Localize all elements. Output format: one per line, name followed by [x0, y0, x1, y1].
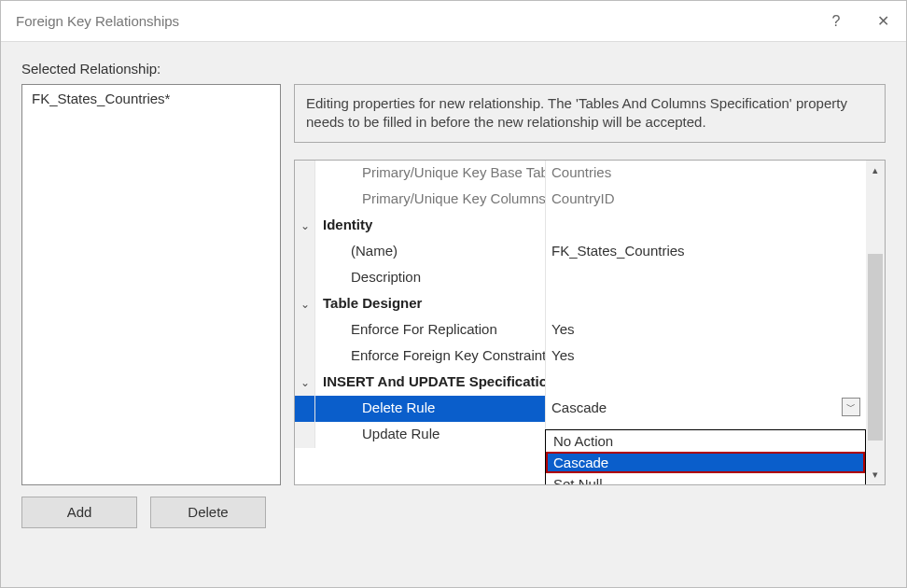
- prop-label: Primary/Unique Key Base Table: [315, 161, 545, 187]
- prop-enforce-replication[interactable]: Enforce For Replication Yes: [295, 317, 866, 343]
- row-gutter: [295, 265, 315, 291]
- add-button[interactable]: Add: [21, 497, 137, 528]
- delete-button[interactable]: Delete: [150, 497, 266, 528]
- prop-value: [545, 213, 866, 239]
- prop-value[interactable]: Yes: [545, 343, 866, 370]
- prop-value: CountryID: [545, 187, 866, 213]
- dropdown-option-no-action[interactable]: No Action: [546, 430, 865, 452]
- category-label: INSERT And UPDATE Specification: [315, 370, 545, 396]
- row-gutter: [295, 187, 315, 213]
- button-bar: Add Delete: [21, 497, 886, 528]
- row-gutter: [295, 343, 315, 370]
- prop-value: [545, 370, 866, 396]
- row-gutter: [295, 239, 315, 265]
- prop-label: Description: [315, 265, 545, 291]
- dropdown-option-cascade[interactable]: Cascade: [546, 452, 865, 473]
- row-gutter: [295, 161, 315, 187]
- prop-enforce-fk[interactable]: Enforce Foreign Key Constraint Yes: [295, 343, 866, 370]
- prop-value[interactable]: [545, 265, 866, 291]
- row-gutter: [295, 422, 315, 448]
- row-gutter: [295, 317, 315, 343]
- prop-value: Countries: [545, 161, 866, 187]
- scroll-up-icon[interactable]: ▴: [866, 161, 885, 181]
- expand-icon[interactable]: ⌄: [295, 213, 315, 239]
- prop-label: Update Rule: [315, 422, 545, 448]
- prop-pk-base-table: Primary/Unique Key Base Table Countries: [295, 161, 866, 187]
- prop-value-text: Cascade: [551, 399, 607, 415]
- dialog-content: Selected Relationship: FK_States_Countri…: [1, 42, 906, 528]
- prop-name[interactable]: (Name) FK_States_Countries: [295, 239, 866, 265]
- prop-pk-columns: Primary/Unique Key Columns CountryID: [295, 187, 866, 213]
- category-label: Identity: [315, 213, 545, 239]
- prop-label: Delete Rule: [315, 396, 545, 422]
- close-button[interactable]: ✕: [859, 1, 906, 42]
- info-message: Editing properties for new relationship.…: [294, 84, 886, 143]
- vertical-scrollbar[interactable]: ▴ ▾: [866, 161, 885, 485]
- prop-label: Enforce For Replication: [315, 317, 545, 343]
- category-label: Table Designer: [315, 291, 545, 317]
- category-table-designer[interactable]: ⌄ Table Designer: [295, 291, 866, 317]
- window-title: Foreign Key Relationships: [16, 13, 813, 29]
- scroll-down-icon[interactable]: ▾: [866, 464, 885, 484]
- row-gutter: [295, 396, 315, 422]
- property-grid: Primary/Unique Key Base Table Countries …: [294, 160, 886, 486]
- prop-value: [545, 291, 866, 317]
- prop-value[interactable]: Yes: [545, 317, 866, 343]
- relationship-list[interactable]: FK_States_Countries*: [21, 84, 281, 485]
- delete-rule-dropdown[interactable]: No Action Cascade Set Null Set Default: [545, 429, 866, 486]
- prop-value[interactable]: FK_States_Countries: [545, 239, 866, 265]
- titlebar: Foreign Key Relationships ? ✕: [1, 1, 906, 42]
- prop-value[interactable]: Cascade ﹀: [545, 396, 866, 422]
- prop-label: (Name): [315, 239, 545, 265]
- prop-delete-rule[interactable]: Delete Rule Cascade ﹀: [295, 396, 866, 422]
- scrollbar-thumb[interactable]: [868, 254, 883, 441]
- prop-description[interactable]: Description: [295, 265, 866, 291]
- dropdown-option-set-null[interactable]: Set Null: [546, 473, 865, 486]
- expand-icon[interactable]: ⌄: [295, 370, 315, 396]
- category-insert-update[interactable]: ⌄ INSERT And UPDATE Specification: [295, 370, 866, 396]
- prop-label: Enforce Foreign Key Constraint: [315, 343, 545, 370]
- dropdown-toggle-button[interactable]: ﹀: [842, 398, 860, 416]
- relationship-item[interactable]: FK_States_Countries*: [32, 91, 271, 106]
- help-button[interactable]: ?: [813, 1, 859, 42]
- expand-icon[interactable]: ⌄: [295, 291, 315, 317]
- category-identity[interactable]: ⌄ Identity: [295, 213, 866, 239]
- prop-label: Primary/Unique Key Columns: [315, 187, 545, 213]
- selected-relationship-label: Selected Relationship:: [21, 61, 886, 77]
